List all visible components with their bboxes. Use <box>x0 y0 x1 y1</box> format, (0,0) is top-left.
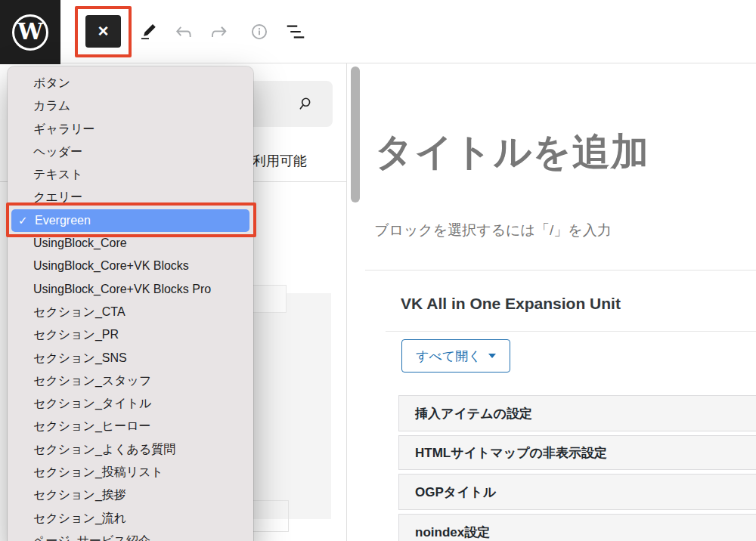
menu-item-usingblock-core-vk[interactable]: UsingBlock_Core+VK Blocks <box>8 255 253 277</box>
menu-item-header[interactable]: ヘッダー <box>8 141 253 163</box>
meta-panel-divider <box>386 331 756 332</box>
search-icon <box>295 94 314 114</box>
undo-icon <box>172 20 195 43</box>
close-icon: × <box>98 22 108 40</box>
post-title-input[interactable]: タイトルを追加 <box>375 127 649 178</box>
info-icon <box>248 20 271 43</box>
block-type-dropdown-menu: ボタン カラム ギャラリー ヘッダー テキスト クエリー ✓ Evergreen… <box>8 66 253 541</box>
content-divider <box>365 270 756 270</box>
menu-item-section-pr[interactable]: セクション_PR <box>8 323 253 346</box>
menu-item-evergreen-label: Evergreen <box>35 209 91 232</box>
list-view-icon <box>284 20 307 43</box>
close-inserter-button[interactable]: × <box>85 15 121 48</box>
accordion-section-insert-items[interactable]: 挿入アイテムの設定 <box>398 395 756 431</box>
open-all-button[interactable]: すべて開く <box>401 339 510 373</box>
redo-button[interactable] <box>206 20 231 44</box>
wordpress-logo-icon: W <box>12 14 48 51</box>
menu-item-column[interactable]: カラム <box>8 94 253 117</box>
menu-item-section-post-list[interactable]: セクション_投稿リスト <box>8 461 253 484</box>
editor-top-bar: W × <box>0 0 756 63</box>
post-body-placeholder[interactable]: ブロックを選択するには「/」を入力 <box>374 221 612 240</box>
accordion-section-noindex[interactable]: noindex設定 <box>398 514 756 541</box>
undo-button[interactable] <box>172 20 196 44</box>
open-all-label: すべて開く <box>416 348 482 365</box>
wordpress-logo-letter: W <box>17 20 43 43</box>
menu-item-query[interactable]: クエリー <box>8 186 253 209</box>
menu-item-usingblock-core-vk-pro[interactable]: UsingBlock_Core+VK Blocks Pro <box>8 278 253 301</box>
pencil-icon <box>138 20 160 43</box>
menu-item-section-faq[interactable]: セクション_よくある質問 <box>8 438 253 461</box>
editor-canvas: タイトルを追加 ブロックを選択するには「/」を入力 VK All in One … <box>348 63 756 541</box>
list-view-button[interactable] <box>284 20 308 44</box>
chevron-down-icon <box>488 354 496 358</box>
menu-item-section-staff[interactable]: セクション_スタッフ <box>8 369 253 392</box>
meta-panel-accordion: 挿入アイテムの設定 HTMLサイトマップの非表示設定 OGPタイトル noind… <box>398 395 756 541</box>
accordion-section-html-sitemap[interactable]: HTMLサイトマップの非表示設定 <box>398 435 756 470</box>
wordpress-logo-button[interactable]: W <box>0 0 60 64</box>
accordion-section-ogp-title[interactable]: OGPタイトル <box>398 474 756 510</box>
redo-icon <box>207 20 230 43</box>
menu-item-page-service[interactable]: ページ_サービス紹介 <box>8 530 253 541</box>
menu-item-usingblock-core[interactable]: UsingBlock_Core <box>8 232 253 255</box>
menu-item-section-cta[interactable]: セクション_CTA <box>8 301 253 323</box>
tab-available[interactable]: 利用可能 <box>253 152 307 170</box>
check-icon: ✓ <box>18 209 35 232</box>
menu-item-section-flow[interactable]: セクション_流れ <box>8 507 253 530</box>
details-button[interactable] <box>247 20 271 44</box>
menu-item-section-sns[interactable]: セクション_SNS <box>8 347 253 369</box>
menu-item-button[interactable]: ボタン <box>8 72 253 94</box>
panel-scrollbar-thumb[interactable] <box>351 66 360 202</box>
menu-item-text[interactable]: テキスト <box>8 163 253 186</box>
menu-item-section-title[interactable]: セクション_タイトル <box>8 392 253 415</box>
menu-item-evergreen-selected[interactable]: ✓ Evergreen <box>11 209 249 232</box>
meta-panel-title: VK All in One Expansion Unit <box>401 295 621 313</box>
menu-item-section-hero[interactable]: セクション_ヒーロー <box>8 415 253 437</box>
edit-mode-button[interactable] <box>137 20 161 44</box>
menu-item-section-greeting[interactable]: セクション_挨拶 <box>8 484 253 506</box>
menu-item-gallery[interactable]: ギャラリー <box>8 118 253 141</box>
